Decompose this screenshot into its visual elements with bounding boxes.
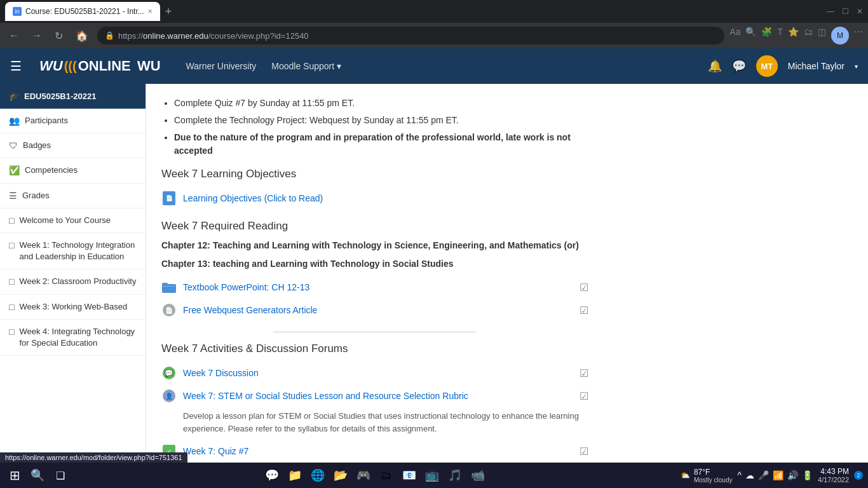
textbook-icon	[161, 280, 177, 295]
sidebar-item-week3[interactable]: □ Week 3: Working Web-Based	[0, 295, 146, 320]
search-icon[interactable]: 🔍	[745, 27, 756, 44]
sidebar-item-week2[interactable]: □ Week 2: Classroom Productivity	[0, 269, 146, 294]
active-tab[interactable]: in Course: EDU5025B1-20221 - Intr... ×	[5, 2, 160, 21]
battery-icon[interactable]: 🔋	[802, 470, 813, 480]
sidebar-item-grades[interactable]: ☰ Grades	[0, 184, 146, 208]
logo-online: ONLINE	[78, 58, 131, 74]
more-options-icon[interactable]: ⋯	[854, 27, 863, 44]
favorites-icon[interactable]: ⭐	[788, 27, 799, 44]
sidebar-item-grades-label: Grades	[22, 190, 50, 201]
profile-button[interactable]: M	[831, 27, 849, 44]
message-icon[interactable]: 💬	[732, 59, 746, 73]
quiz-link[interactable]: Week 7: Quiz #7	[183, 446, 248, 456]
required-reading-line2: Chapter 13: teaching and Learning with T…	[161, 257, 588, 271]
sidebar-icon[interactable]: ◫	[818, 27, 826, 44]
moodle-header: ☰ WU ((( ONLINE WU Warner University Moo…	[0, 48, 868, 84]
file-icon: 📄	[163, 191, 175, 205]
sidebar-item-week2-label: Week 2: Classroom Productivity	[19, 276, 136, 287]
svg-rect-2	[163, 286, 175, 287]
back-button[interactable]: ←	[5, 27, 23, 44]
address-domain: online.warner.edu	[143, 31, 208, 41]
weather-temp: 87°F	[694, 468, 733, 477]
logo-wave: (((	[64, 59, 77, 74]
lock-icon: 🔒	[105, 31, 114, 40]
user-name[interactable]: Michael Taylor	[788, 61, 844, 71]
sidebar-item-participants[interactable]: 👥 Participants	[0, 109, 146, 133]
volume-icon[interactable]: 🔊	[787, 470, 798, 480]
address-bar[interactable]: 🔒 https://online.warner.edu/course/view.…	[97, 27, 724, 44]
week4-folder-icon: □	[9, 327, 14, 337]
translate-icon[interactable]: T	[777, 27, 783, 44]
extensions-icon[interactable]: 🧩	[761, 27, 772, 44]
wifi-icon[interactable]: 📶	[773, 470, 783, 480]
discussion-checkbox[interactable]: ☑	[580, 367, 588, 379]
close-button[interactable]: ✕	[857, 7, 863, 16]
main-content: Complete Quiz #7 by Sunday at 11:55 pm E…	[146, 84, 868, 488]
learning-objectives-row: 📄 Learning Objectives (Click to Read)	[161, 187, 588, 210]
hamburger-menu[interactable]: ☰	[10, 58, 22, 74]
taskbar-app-edge[interactable]: 🌐	[308, 466, 327, 485]
article-icon: 📄	[161, 302, 177, 318]
notification-badge[interactable]: 2	[854, 471, 863, 480]
sidebar-item-welcome[interactable]: □ Welcome to Your Course	[0, 208, 146, 233]
article-checkbox[interactable]: ☑	[580, 304, 588, 316]
learning-objectives-heading: Week 7 Learning Objectives	[161, 168, 588, 180]
search-button[interactable]: 🔍	[28, 466, 47, 485]
forward-button[interactable]: →	[28, 27, 46, 44]
sidebar-item-badges[interactable]: 🛡 Badges	[0, 133, 146, 158]
resource-textbook-row: Textbook PowerPoint: CH 12-13 ☑	[161, 276, 588, 299]
chevron-up-icon[interactable]: ^	[737, 470, 742, 480]
weather-widget[interactable]: ⛅ 87°F Mostly cloudy	[681, 468, 733, 484]
notification-bell-icon[interactable]: 🔔	[708, 59, 722, 73]
activity-stem-row: 👤 Week 7: STEM or Social Studies Lesson …	[161, 384, 588, 407]
sidebar-item-week1[interactable]: □ Week 1: Technology Integration and Lea…	[0, 233, 146, 269]
start-button[interactable]: ⊞	[5, 466, 24, 485]
learning-objectives-link[interactable]: Learning Objectives (Click to Read)	[183, 193, 323, 203]
taskbar-app-files[interactable]: 📂	[331, 466, 350, 485]
microphone-icon[interactable]: 🎤	[758, 470, 769, 480]
taskbar-app-music[interactable]: 🎵	[445, 466, 465, 485]
nav-moodle-support-arrow: ▾	[337, 61, 341, 71]
system-clock[interactable]: 4:43 PM 4/17/2022	[818, 467, 849, 484]
competencies-icon: ✅	[9, 165, 20, 175]
task-view-button[interactable]: ❑	[51, 466, 70, 485]
textbook-link[interactable]: Textbook PowerPoint: CH 12-13	[183, 282, 309, 292]
weather-info: 87°F Mostly cloudy	[694, 468, 733, 484]
taskbar-app-organizer[interactable]: 🗂	[377, 466, 396, 485]
home-button[interactable]: 🏠	[72, 27, 92, 44]
nav-moodle-support-dropdown[interactable]: Moodle Support ▾	[271, 61, 341, 71]
address-bar-row: ← → ↻ 🏠 🔒 https://online.warner.edu/cour…	[0, 23, 868, 48]
user-avatar[interactable]: MT	[756, 55, 778, 77]
taskbar-app-mail[interactable]: 📧	[400, 466, 419, 485]
discussion-icon-shape: 💬	[163, 367, 175, 379]
stem-checkbox[interactable]: ☑	[580, 390, 588, 402]
taskbar-app-games[interactable]: 🎮	[354, 466, 373, 485]
week2-folder-icon: □	[9, 276, 14, 287]
discussion-link[interactable]: Week 7 Discussion	[183, 368, 259, 378]
sidebar-item-week4[interactable]: □ Week 4: Integrating Technology for Spe…	[0, 320, 146, 356]
quiz-checkbox[interactable]: ☑	[580, 445, 588, 458]
minimize-button[interactable]: —	[827, 7, 834, 16]
new-tab-button[interactable]: +	[163, 3, 175, 21]
maximize-button[interactable]: ☐	[842, 7, 849, 16]
user-dropdown-arrow[interactable]: ▾	[855, 63, 858, 70]
reading-view-icon[interactable]: Aa	[729, 27, 740, 44]
taskbar-app-chat[interactable]: 💬	[262, 466, 281, 485]
nav-warner-university[interactable]: Warner University	[186, 61, 257, 71]
learning-objectives-icon: 📄	[161, 191, 177, 206]
article-link[interactable]: Free Webquest Generators Article	[183, 305, 317, 315]
tab-close-btn[interactable]: ×	[148, 7, 153, 16]
refresh-button[interactable]: ↻	[51, 27, 67, 44]
stem-link[interactable]: Week 7: STEM or Social Studies Lesson an…	[183, 391, 468, 401]
weather-icon: ⛅	[681, 471, 690, 480]
svg-rect-1	[162, 283, 168, 286]
taskbar-app-video[interactable]: 📺	[423, 466, 442, 485]
taskbar-app-explorer[interactable]: 📁	[285, 466, 304, 485]
taskbar-app-camera[interactable]: 📹	[468, 466, 487, 485]
collections-icon[interactable]: 🗂	[804, 27, 813, 44]
textbook-checkbox[interactable]: ☑	[580, 281, 588, 294]
nav-moodle-support: Moodle Support	[271, 61, 334, 71]
cloud-icon[interactable]: ☁	[745, 470, 754, 480]
sidebar-item-competencies[interactable]: ✅ Competencies	[0, 158, 146, 183]
bullet-3: Due to the nature of the program and in …	[174, 131, 588, 158]
